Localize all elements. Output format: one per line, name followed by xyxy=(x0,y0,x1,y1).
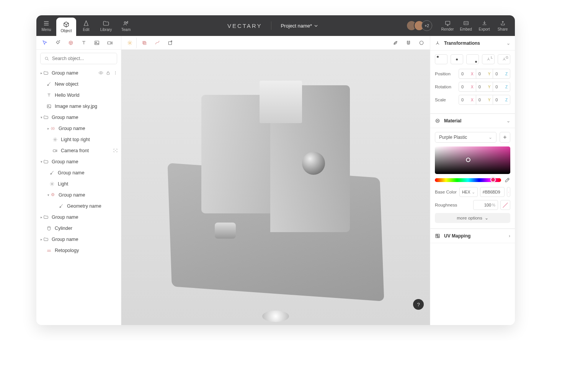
export-frame-tool[interactable] xyxy=(164,37,176,49)
pivot-bottom-right[interactable] xyxy=(466,54,479,64)
tree-node-cylinder[interactable]: Cylinder xyxy=(36,223,121,234)
section-uv-mapping[interactable]: UV Mapping › xyxy=(430,229,515,243)
tree-node-text[interactable]: Hello World xyxy=(36,89,121,101)
scale-z[interactable]: 0Z xyxy=(493,95,510,105)
shading-toggle[interactable] xyxy=(389,37,402,49)
roughness-input[interactable]: % xyxy=(473,200,498,210)
section-transformations-body: L G Position 0X 0Y 0Z Rotation 0X 0Y xyxy=(430,50,515,114)
chevron-right-icon[interactable]: ▸ xyxy=(39,71,43,75)
tree-node-group[interactable]: ▾ Group name xyxy=(36,156,121,167)
color-field[interactable] xyxy=(435,146,510,174)
section-material[interactable]: Material ⌄ xyxy=(430,114,515,128)
tree-node-group[interactable]: ▸ Group name xyxy=(36,234,121,245)
transform-tool[interactable] xyxy=(138,37,150,49)
tree-node-label: Light top right xyxy=(61,137,118,142)
primitive-tool[interactable] xyxy=(65,37,77,49)
roughness-value[interactable] xyxy=(476,203,491,207)
tree-node-image[interactable]: Image name sky.jpg xyxy=(36,101,121,112)
svg-rect-16 xyxy=(53,150,56,151)
chevron-right-icon[interactable]: ▸ xyxy=(39,237,43,241)
scale-label: Scale xyxy=(435,98,456,102)
viewport[interactable]: ? xyxy=(121,50,430,325)
tree-node-group[interactable]: ▸ Group name xyxy=(36,211,121,223)
tree-node-group[interactable]: ▾ Group name xyxy=(36,189,121,200)
more-options-button[interactable]: more options ⌄ xyxy=(435,213,510,223)
texture-chip[interactable] xyxy=(507,187,510,197)
tree-node-group[interactable]: ▾ Group name xyxy=(36,112,121,123)
add-material-button[interactable]: + xyxy=(500,132,510,143)
tree-node-retopology[interactable]: Retopology xyxy=(36,245,121,256)
search-field[interactable] xyxy=(40,53,117,64)
image-tool[interactable] xyxy=(91,37,103,49)
tree-node-object[interactable]: New object xyxy=(36,78,121,89)
menu-tab[interactable]: Menu xyxy=(36,15,56,36)
tree-node-light[interactable]: Light xyxy=(36,178,121,189)
focus-icon[interactable] xyxy=(113,148,118,153)
hue-thumb[interactable] xyxy=(490,177,496,182)
render-button[interactable]: Render xyxy=(439,20,456,31)
scale-y[interactable]: 0Y xyxy=(476,95,493,105)
view-toggle[interactable] xyxy=(415,37,428,49)
tree-node-group[interactable]: ▸ Group name xyxy=(36,123,121,134)
unlock-icon[interactable] xyxy=(106,70,111,75)
embed-button[interactable]: Embed xyxy=(457,20,474,31)
tree-node-object[interactable]: Group name xyxy=(36,167,121,178)
roughness-label: Roughness xyxy=(435,203,457,207)
more-icon[interactable] xyxy=(113,70,118,75)
texture-chip[interactable] xyxy=(500,200,510,210)
help-button[interactable]: ? xyxy=(413,299,424,310)
tree-node-camera[interactable]: Camera front xyxy=(36,145,121,156)
position-y[interactable]: 0Y xyxy=(476,69,493,79)
deform-tool[interactable] xyxy=(151,37,163,49)
pivot-top-left[interactable] xyxy=(435,54,448,64)
chevron-down-icon[interactable]: ▾ xyxy=(46,193,50,197)
export-button[interactable]: Export xyxy=(476,20,493,31)
select-tool[interactable] xyxy=(39,37,51,49)
chevron-right-icon[interactable]: ▸ xyxy=(46,127,50,130)
axis-z-label: Z xyxy=(505,98,508,102)
rotation-x[interactable]: 0X xyxy=(459,82,476,92)
tree-node-label: Hello World xyxy=(55,93,118,98)
color-format-select[interactable]: HEX⌄ xyxy=(459,187,478,197)
text-tool[interactable] xyxy=(78,37,90,49)
material-dropdown[interactable]: Purple Plastic ⌄ xyxy=(435,132,497,143)
search-input[interactable] xyxy=(52,56,113,61)
avatar-more[interactable]: +2 xyxy=(421,20,432,31)
tree-node-group[interactable]: ▸ Group name xyxy=(36,67,121,78)
collaborator-avatars[interactable]: +2 xyxy=(409,20,432,31)
camera-tool[interactable] xyxy=(104,37,116,49)
object-tab[interactable]: Object xyxy=(56,18,76,36)
project-name-dropdown[interactable]: Project name* xyxy=(281,23,318,29)
library-tab[interactable]: Library xyxy=(96,15,116,36)
section-transformations[interactable]: Transformations ⌄ xyxy=(430,36,515,50)
team-tab[interactable]: Team xyxy=(116,15,136,36)
space-global[interactable]: G xyxy=(498,54,510,64)
eyedropper-icon[interactable] xyxy=(504,177,510,183)
eye-icon[interactable] xyxy=(98,70,103,75)
edit-tab[interactable]: Edit xyxy=(76,15,96,36)
rotation-z[interactable]: 0Z xyxy=(493,82,510,92)
chevron-down-icon[interactable]: ▾ xyxy=(39,160,43,164)
embed-icon xyxy=(463,20,469,26)
add-point-tool[interactable] xyxy=(52,37,64,49)
share-button[interactable]: Share xyxy=(494,20,511,31)
axis-x-label: X xyxy=(471,85,474,89)
pivot-center[interactable] xyxy=(451,54,463,64)
hue-row xyxy=(435,177,510,183)
chevron-down-icon[interactable]: ▾ xyxy=(39,115,43,119)
position-z[interactable]: 0Z xyxy=(493,69,510,79)
cube-icon xyxy=(63,21,70,28)
tool-row-left xyxy=(36,36,121,50)
space-local[interactable]: L xyxy=(482,54,495,64)
tree-node-geometry[interactable]: Geometry name xyxy=(36,200,121,211)
light-tool[interactable] xyxy=(124,37,137,49)
hex-input[interactable]: #BB6BD9 xyxy=(480,187,505,197)
rotation-y[interactable]: 0Y xyxy=(476,82,493,92)
scale-x[interactable]: 0X xyxy=(459,95,476,105)
snap-toggle[interactable] xyxy=(402,37,415,49)
tree-node-light[interactable]: Light top right xyxy=(36,134,121,145)
chevron-right-icon[interactable]: ▸ xyxy=(39,215,43,219)
hue-slider[interactable] xyxy=(435,178,501,182)
color-cursor[interactable] xyxy=(466,158,470,162)
position-x[interactable]: 0X xyxy=(459,69,476,79)
